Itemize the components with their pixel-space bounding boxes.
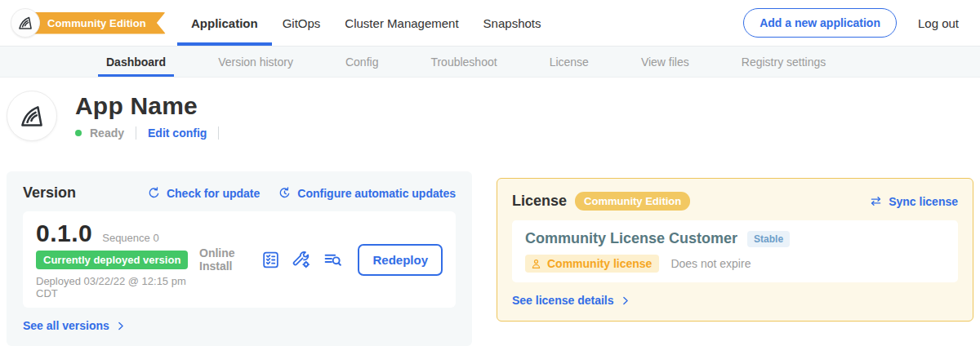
top-nav-gitops[interactable]: GitOps: [283, 0, 321, 46]
configure-automatic-updates-label: Configure automatic updates: [297, 187, 456, 200]
currently-deployed-badge: Currently deployed version: [36, 251, 188, 269]
config-wrench-icon[interactable]: [292, 250, 312, 270]
sub-nav-view-files[interactable]: View files: [641, 47, 689, 77]
install-type-label: Online Install: [199, 246, 247, 273]
top-nav: Application GitOps Cluster Management Sn…: [191, 0, 541, 46]
deployed-timestamp: Deployed 03/22/22 @ 12:15 pm CDT: [36, 275, 199, 299]
current-version-box: 0.1.0 Sequence 0 Currently deployed vers…: [23, 211, 456, 308]
sync-license-link[interactable]: Sync license: [869, 194, 958, 208]
logout-link[interactable]: Log out: [918, 16, 959, 30]
edit-config-link[interactable]: Edit config: [148, 126, 207, 140]
chevron-right-icon: [620, 295, 630, 306]
see-all-versions-label: See all versions: [23, 319, 109, 332]
app-avatar: [7, 91, 57, 141]
brand: Community Edition: [0, 12, 168, 34]
sub-nav-version-history[interactable]: Version history: [218, 47, 293, 77]
sub-nav-dashboard[interactable]: Dashboard: [106, 47, 166, 77]
edition-ribbon: Community Edition: [24, 12, 166, 34]
license-card-title: License: [512, 193, 567, 210]
sync-license-label: Sync license: [889, 195, 958, 208]
sub-nav-license[interactable]: License: [550, 47, 589, 77]
channel-badge: Stable: [747, 231, 790, 247]
app-header: App Name Ready Edit config: [0, 78, 980, 159]
preflight-checklist-icon[interactable]: [261, 250, 281, 270]
chevron-right-icon: [115, 321, 126, 331]
release-notes-search-icon[interactable]: [323, 250, 343, 270]
redeploy-button[interactable]: Redeploy: [358, 244, 443, 276]
top-nav-cluster-management[interactable]: Cluster Management: [345, 0, 458, 46]
sequence-label: Sequence 0: [102, 232, 158, 244]
status-dot: [75, 130, 82, 136]
configure-automatic-updates-link[interactable]: Configure automatic updates: [278, 186, 456, 200]
version-card: Version Check for update: [7, 171, 472, 346]
replicated-logo: [11, 8, 40, 38]
version-number: 0.1.0: [36, 220, 92, 247]
license-card: License Community Edition Sync license C…: [497, 178, 973, 322]
sub-nav: Dashboard Version history Config Trouble…: [0, 47, 980, 78]
check-for-update-link[interactable]: Check for update: [147, 186, 260, 200]
clock-refresh-icon: [278, 186, 292, 200]
see-license-details-label: See license details: [512, 294, 614, 307]
dashboard-cards: Version Check for update: [0, 171, 980, 346]
sub-nav-config[interactable]: Config: [345, 47, 378, 77]
license-type-badge: Community license: [525, 255, 659, 273]
sub-nav-registry-settings[interactable]: Registry settings: [742, 47, 826, 77]
see-all-versions-link[interactable]: See all versions: [23, 319, 126, 332]
add-new-application-button[interactable]: Add a new application: [743, 8, 897, 38]
top-nav-snapshots[interactable]: Snapshots: [483, 0, 541, 46]
see-license-details-link[interactable]: See license details: [512, 294, 630, 307]
customer-name: Community License Customer: [525, 230, 737, 247]
status-badge: Ready: [90, 126, 124, 140]
check-for-update-label: Check for update: [167, 187, 260, 200]
license-type-label: Community license: [547, 257, 652, 270]
sub-nav-troubleshoot[interactable]: Troubleshoot: [430, 47, 497, 77]
refresh-icon: [147, 186, 161, 200]
divider: [218, 126, 219, 140]
top-header: Community Edition Application GitOps Clu…: [0, 0, 980, 47]
person-icon: [530, 258, 542, 270]
community-edition-badge: Community Edition: [575, 192, 690, 211]
edition-ribbon-label: Community Edition: [47, 17, 146, 29]
sync-arrows-icon: [869, 194, 883, 208]
version-card-title: Version: [23, 184, 76, 202]
page-title: App Name: [75, 92, 222, 120]
expiration-label: Does not expire: [670, 257, 751, 270]
license-details-box: Community License Customer Stable Commun…: [512, 220, 958, 282]
top-right-actions: Add a new application Log out: [743, 8, 959, 38]
top-nav-application[interactable]: Application: [191, 0, 258, 46]
divider: [136, 126, 136, 140]
